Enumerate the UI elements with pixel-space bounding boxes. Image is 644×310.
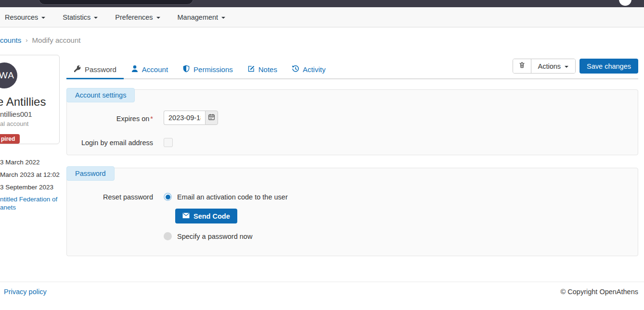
radio-email-activation-code[interactable] [164, 193, 172, 201]
history-icon [292, 65, 299, 74]
toolbar: Actions Save changes [513, 59, 638, 74]
tab-notes-label: Notes [258, 65, 277, 74]
chevron-down-icon [565, 66, 568, 68]
menu-resources[interactable]: Resources [5, 13, 45, 21]
toolbar-button-group: Actions [513, 59, 576, 74]
save-changes-button[interactable]: Save changes [580, 59, 638, 74]
top-navbar [0, 0, 644, 7]
tab-permissions[interactable]: Permissions [175, 61, 240, 79]
tab-account[interactable]: Account [124, 61, 175, 79]
send-code-button[interactable]: Send Code [175, 209, 237, 223]
footer-divider [0, 282, 644, 282]
menu-management[interactable]: Management [178, 13, 226, 21]
delete-account-button[interactable] [513, 59, 531, 73]
expires-on-input-group [164, 111, 218, 125]
menu-preferences[interactable]: Preferences [115, 13, 160, 21]
tab-password[interactable]: Password [66, 61, 124, 79]
breadcrumb-current: Modify account [32, 36, 81, 44]
reset-password-label: Reset password [0, 193, 153, 201]
expires-on-label: Expires on* [0, 115, 153, 123]
edit-note-icon [247, 65, 255, 74]
breadcrumb-separator: › [26, 37, 27, 44]
chevron-down-icon [221, 17, 225, 19]
envelope-icon [182, 212, 190, 220]
organisation-link[interactable]: anets [0, 204, 16, 211]
trash-icon [518, 62, 526, 71]
main-menu: Resources Statistics Preferences Managem… [0, 7, 644, 27]
required-marker: * [150, 115, 153, 123]
menu-preferences-label: Preferences [115, 13, 153, 21]
copyright-text: © Copyright OpenAthens [561, 288, 638, 296]
calendar-icon [208, 113, 215, 123]
login-by-email-label: Login by email address [0, 139, 153, 147]
tab-activity[interactable]: Activity [284, 61, 333, 79]
radio-email-activation-label: Email an activation code to the user [177, 193, 288, 201]
password-section-label: Password [66, 166, 115, 181]
user-avatar[interactable] [619, 0, 631, 6]
actions-dropdown-button[interactable]: Actions [531, 59, 576, 73]
send-code-label: Send Code [193, 212, 230, 220]
account-settings-section-label: Account settings [66, 88, 135, 102]
breadcrumb: counts › Modify account [0, 36, 80, 44]
person-icon [131, 65, 139, 74]
menu-statistics[interactable]: Statistics [63, 13, 98, 21]
profile-name: e Antillies [0, 95, 46, 109]
profile-meta-created: 3 March 2022 [0, 159, 40, 166]
password-panel [66, 168, 638, 256]
login-by-email-checkbox[interactable] [164, 138, 173, 147]
menu-statistics-label: Statistics [63, 13, 90, 21]
chevron-down-icon [41, 17, 45, 19]
tab-password-label: Password [85, 65, 116, 74]
privacy-policy-link[interactable]: Privacy policy [4, 288, 47, 296]
calendar-button[interactable] [205, 111, 218, 125]
chevron-down-icon [94, 17, 98, 19]
radio-specify-password-label: Specify a password now [177, 233, 252, 240]
expires-on-input[interactable] [164, 111, 205, 125]
actions-label: Actions [538, 62, 561, 70]
avatar-initials: WA [0, 70, 14, 81]
breadcrumb-accounts-link[interactable]: counts [0, 36, 21, 44]
tab-notes[interactable]: Notes [240, 61, 284, 79]
profile-meta-modified: March 2023 at 12:02 [0, 171, 60, 178]
page: Resources Statistics Preferences Managem… [0, 0, 644, 310]
menu-resources-label: Resources [5, 13, 38, 21]
key-icon [74, 65, 81, 74]
tab-permissions-label: Permissions [193, 65, 233, 74]
tab-account-label: Account [142, 65, 168, 74]
shield-icon [182, 65, 190, 74]
profile-meta-expires: 3 September 2023 [0, 184, 53, 191]
tab-activity-label: Activity [303, 65, 326, 74]
radio-specify-password [164, 232, 172, 240]
menu-management-label: Management [178, 13, 219, 21]
global-search-input[interactable] [39, 0, 193, 5]
chevron-down-icon [156, 17, 160, 19]
